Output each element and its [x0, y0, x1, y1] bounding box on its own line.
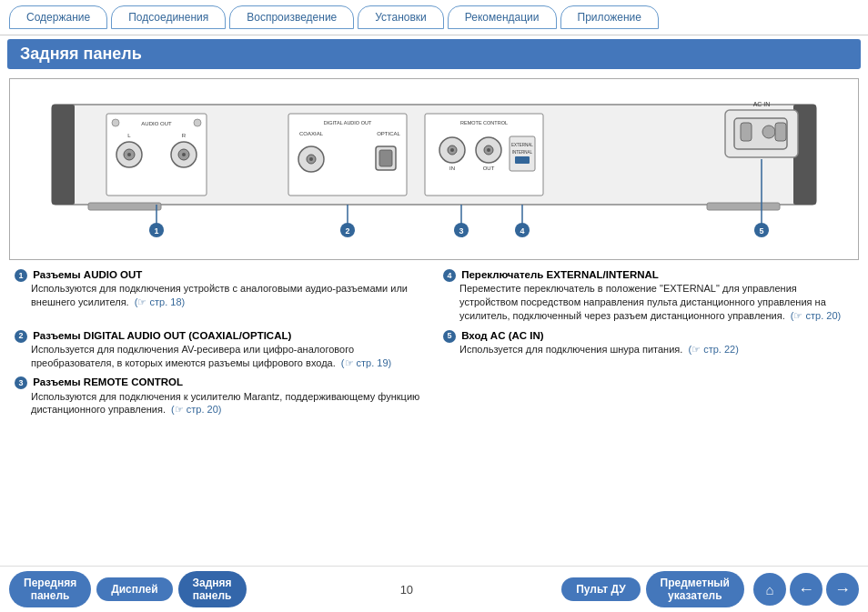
btn-display[interactable]: Дисплей — [96, 577, 172, 601]
svg-text:4: 4 — [520, 226, 524, 236]
svg-text:IN: IN — [449, 166, 455, 171]
svg-text:2: 2 — [345, 226, 349, 236]
svg-rect-3 — [88, 203, 161, 210]
tab-connections-label: Подсоединения — [128, 11, 208, 24]
svg-point-11 — [127, 153, 131, 156]
tab-connections[interactable]: Подсоединения — [111, 5, 226, 29]
svg-text:OPTICAL: OPTICAL — [377, 131, 400, 136]
btn-rear-panel[interactable]: Задняяпанель — [178, 571, 247, 607]
tab-playback[interactable]: Воспроизведение — [229, 5, 354, 29]
svg-text:OUT: OUT — [483, 166, 495, 171]
descriptions-grid: 1 Разъемы AUDIO OUT Используются для под… — [9, 264, 859, 426]
svg-text:DIGITAL AUDIO OUT: DIGITAL AUDIO OUT — [324, 120, 372, 125]
svg-rect-28 — [379, 150, 392, 166]
svg-rect-1 — [52, 105, 75, 205]
tab-playback-label: Воспроизведение — [247, 11, 337, 24]
tab-settings[interactable]: Установки — [358, 5, 443, 29]
btn-front-panel[interactable]: Передняяпанель — [9, 571, 91, 607]
desc-external-internal: 4 Переключатель EXTERNAL/INTERNAL Переме… — [443, 267, 853, 323]
desc-ac-in: 5 Вход AC (AC IN) Используется для подкл… — [443, 328, 853, 370]
svg-text:5: 5 — [759, 226, 763, 236]
svg-text:AUDIO OUT: AUDIO OUT — [141, 121, 172, 126]
btn-remote[interactable]: Пульт ДУ — [561, 577, 640, 601]
svg-point-16 — [194, 119, 201, 126]
svg-text:INTERNAL: INTERNAL — [512, 150, 533, 155]
svg-text:R: R — [182, 133, 187, 138]
svg-rect-57 — [775, 123, 786, 141]
desc-remote-control: 3 Разъемы REMOTE CONTROL Используются дл… — [15, 375, 425, 416]
device-diagram: AUDIO OUT L R 1 DIGITAL AUDIO OUT COAXIA… — [9, 78, 859, 260]
svg-text:AC IN: AC IN — [753, 101, 771, 107]
svg-point-36 — [450, 148, 454, 152]
device-svg: AUDIO OUT L R 1 DIGITAL AUDIO OUT COAXIA… — [21, 86, 847, 264]
svg-point-15 — [112, 119, 119, 126]
svg-rect-4 — [707, 203, 780, 210]
tab-appendix-label: Приложение — [578, 11, 641, 24]
tab-recommendations-label: Рекомендации — [465, 11, 540, 24]
svg-text:EXTERNAL: EXTERNAL — [511, 143, 533, 147]
btn-back[interactable]: ← — [790, 573, 823, 606]
btn-home[interactable]: ⌂ — [753, 573, 786, 606]
tab-appendix[interactable]: Приложение — [560, 5, 659, 29]
svg-point-26 — [309, 157, 313, 161]
page-title: Задняя панель — [7, 39, 861, 69]
tab-contents-label: Содержание — [26, 11, 90, 24]
svg-text:COAXIAL: COAXIAL — [299, 131, 324, 136]
btn-forward[interactable]: → — [826, 573, 859, 606]
desc-digital-audio-out: 2 Разъемы DIGITAL AUDIO OUT (COAXIAL/OPT… — [15, 328, 425, 370]
tab-recommendations[interactable]: Рекомендации — [448, 5, 557, 29]
svg-text:1: 1 — [154, 226, 158, 236]
svg-text:3: 3 — [459, 226, 463, 236]
tab-contents[interactable]: Содержание — [9, 5, 107, 29]
svg-rect-45 — [515, 156, 530, 164]
page-number: 10 — [252, 583, 562, 597]
tab-settings-label: Установки — [375, 11, 426, 24]
top-navigation: Содержание Подсоединения Воспроизведение… — [0, 0, 868, 35]
desc-audio-out: 1 Разъемы AUDIO OUT Используются для под… — [15, 267, 425, 323]
svg-text:REMOTE CONTROL: REMOTE CONTROL — [460, 120, 508, 125]
bottom-navigation: Передняяпанель Дисплей Задняяпанель 10 П… — [0, 566, 868, 612]
svg-point-56 — [762, 125, 775, 138]
svg-point-14 — [182, 153, 186, 156]
svg-rect-55 — [741, 123, 752, 141]
svg-point-40 — [487, 148, 490, 152]
main-content: AUDIO OUT L R 1 DIGITAL AUDIO OUT COAXIA… — [0, 73, 868, 426]
btn-index[interactable]: Предметныйуказатель — [646, 571, 744, 607]
